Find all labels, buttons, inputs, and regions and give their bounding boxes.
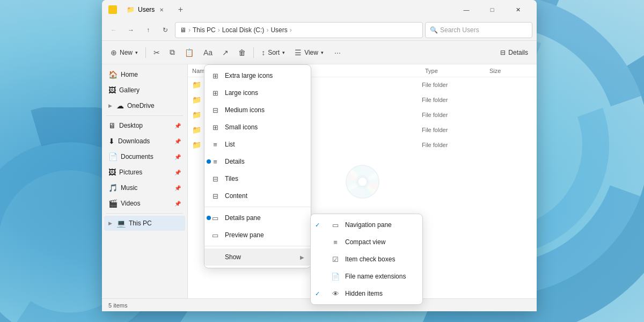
content-icon: ⊟ (211, 192, 219, 200)
menu-item-file-extensions[interactable]: 📄 File name extensions (311, 268, 422, 285)
paste-button[interactable]: 📋 (180, 44, 198, 61)
menu-label-file-extensions: File name extensions (345, 273, 416, 280)
folder-icon-test: 📁 (192, 141, 201, 149)
share-button[interactable]: ↗ (218, 44, 233, 61)
sidebar-item-home[interactable]: 🏠 Home (104, 67, 185, 82)
menu-item-compact-view[interactable]: ≡ Compact view (311, 233, 422, 251)
sidebar-item-onedrive[interactable]: ▶ ☁ OneDrive (104, 98, 185, 113)
hidden-items-icon: 👁 (331, 290, 340, 298)
new-button[interactable]: ⊕ New ▾ (106, 44, 142, 61)
menu-item-preview-pane[interactable]: ▭ Preview pane (204, 226, 311, 244)
menu-item-item-checkboxes[interactable]: ☑ Item check boxes (311, 251, 422, 268)
menu-label-tiles: Tiles (225, 175, 304, 182)
thispc-expand-icon: ▶ (108, 221, 112, 226)
view-button[interactable]: ☰ View ▾ (290, 44, 328, 61)
menu-item-hidden-items[interactable]: ✓ 👁 Hidden items (311, 285, 422, 302)
checkboxes-icon: ☑ (331, 255, 340, 264)
tab-users[interactable]: 📁 Users ✕ (121, 4, 171, 16)
sidebar-label-music: Music (121, 184, 137, 192)
status-text: 5 items (108, 302, 127, 309)
details-pane-bullet (207, 216, 211, 220)
menu-item-details-pane[interactable]: ▭ Details pane (204, 209, 311, 226)
new-icon: ⊕ (111, 48, 117, 57)
menu-label-nav-pane: Navigation pane (345, 221, 416, 229)
home-icon: 🏠 (108, 70, 118, 79)
details-pane-icon: ⊟ (500, 49, 506, 56)
view-chevron: ▾ (321, 50, 324, 55)
menu-item-content[interactable]: ⊟ Content (204, 187, 311, 204)
thispc-icon: 💻 (116, 219, 126, 228)
sidebar-item-gallery[interactable]: 🖼 Gallery (104, 83, 185, 98)
menu-item-list[interactable]: ≡ List (204, 136, 311, 153)
search-box[interactable]: 🔍 Search Users (425, 22, 532, 38)
menu-item-details[interactable]: ≡ Details (204, 153, 311, 170)
list-icon: ≡ (211, 141, 219, 149)
sidebar-label-downloads: Downloads (118, 137, 150, 145)
minimize-button[interactable]: — (454, 1, 479, 18)
sidebar-item-music[interactable]: 🎵 Music 📌 (104, 180, 185, 195)
close-button[interactable]: ✕ (506, 1, 530, 18)
tab-close-button[interactable]: ✕ (158, 6, 165, 13)
delete-button[interactable]: 🗑 (234, 44, 250, 61)
copy-button[interactable]: ⧉ (165, 44, 179, 61)
address-thispc[interactable]: This PC (193, 26, 216, 34)
compact-view-icon: ≡ (331, 238, 340, 246)
up-button[interactable]: ↑ (141, 23, 156, 38)
rename-button[interactable]: Aa (199, 44, 217, 61)
address-localdisk[interactable]: Local Disk (C:) (222, 26, 265, 34)
new-label: New (120, 49, 133, 56)
more-button[interactable]: ··· (329, 44, 346, 61)
file-type-default: File folder (422, 112, 486, 118)
folder-icon-public: 📁 (192, 126, 201, 134)
large-icon: ⊞ (211, 89, 219, 97)
menu-item-extra-large[interactable]: ⊞ Extra large icons (204, 67, 311, 84)
menu-item-large[interactable]: ⊞ Large icons (204, 84, 311, 101)
address-toolbar: ← → ↑ ↻ 🖥 › This PC › Local Disk (C:) › … (102, 19, 537, 41)
expand-icon: ▶ (108, 103, 112, 108)
sidebar-item-videos[interactable]: 🎬 Videos 📌 (104, 196, 185, 211)
file-type-a: File folder (422, 82, 486, 88)
tab-folder-icon: 📁 (127, 6, 135, 13)
pinned-icon-pic: 📌 (174, 170, 181, 175)
address-bar[interactable]: 🖥 › This PC › Local Disk (C:) › Users › (175, 22, 423, 38)
extra-large-icon: ⊞ (211, 72, 219, 80)
new-tab-button[interactable]: + (173, 2, 188, 17)
view-icon: ☰ (295, 48, 302, 57)
downloads-icon: ⬇ (108, 137, 115, 145)
sidebar-label-gallery: Gallery (119, 86, 140, 94)
sidebar-item-pictures[interactable]: 🖼 Pictures 📌 (104, 165, 185, 180)
tab-strip: 📁 Users ✕ + (121, 2, 450, 17)
menu-label-extra-large: Extra large icons (225, 72, 304, 79)
copy-icon: ⧉ (170, 48, 175, 57)
address-users[interactable]: Users (270, 26, 287, 34)
music-icon: 🎵 (108, 184, 118, 192)
back-button[interactable]: ← (106, 23, 121, 38)
sidebar-divider-1 (106, 115, 183, 116)
col-header-type: Type (425, 68, 489, 74)
delete-icon: 🗑 (238, 48, 246, 57)
folder-icon-default: 📁 (192, 111, 201, 119)
sort-button[interactable]: ↕ Sort ▾ (257, 44, 289, 61)
menu-item-show[interactable]: Show ▶ (204, 248, 311, 266)
sidebar-label-home: Home (121, 71, 138, 78)
menu-item-small[interactable]: ⊞ Small icons (204, 119, 311, 136)
refresh-button[interactable]: ↻ (158, 23, 173, 38)
cmd-sep-1 (145, 47, 146, 58)
cut-button[interactable]: ✂ (149, 44, 164, 61)
menu-label-compact-view: Compact view (345, 238, 416, 246)
small-icon: ⊞ (211, 123, 219, 131)
file-type-public: File folder (422, 127, 486, 133)
maximize-button[interactable]: □ (480, 1, 504, 18)
details-pane-button[interactable]: ⊟ Details (496, 44, 532, 61)
menu-item-nav-pane[interactable]: ✓ ▭ Navigation pane (311, 216, 422, 233)
sidebar-item-documents[interactable]: 📄 Documents 📌 (104, 149, 185, 164)
sidebar-item-thispc[interactable]: ▶ 💻 This PC (104, 216, 185, 231)
menu-item-tiles[interactable]: ⊟ Tiles (204, 170, 311, 187)
forward-button[interactable]: → (123, 23, 138, 38)
sidebar-item-desktop[interactable]: 🖥 Desktop 📌 (104, 118, 185, 133)
show-arrow-icon: ▶ (300, 254, 304, 260)
menu-item-medium[interactable]: ⊟ Medium icons (204, 101, 311, 119)
sidebar-item-downloads[interactable]: ⬇ Downloads 📌 (104, 134, 185, 149)
desktop-icon: 🖥 (108, 121, 116, 130)
menu-label-preview-pane: Preview pane (225, 231, 304, 239)
